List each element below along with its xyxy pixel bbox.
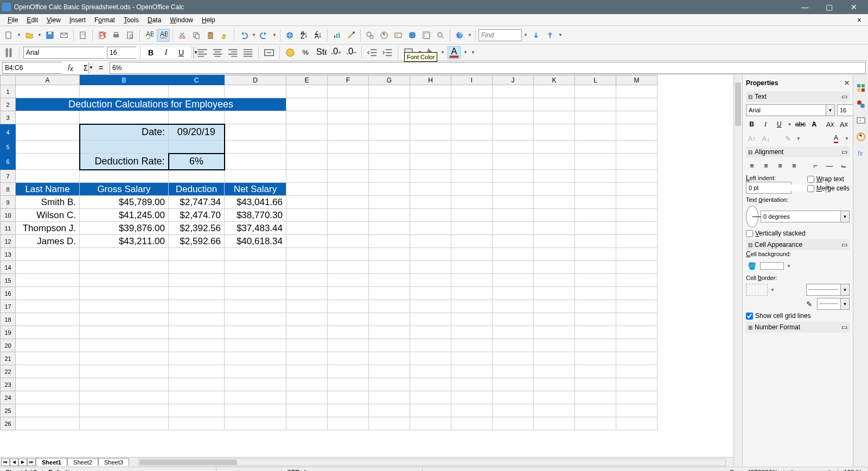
cell[interactable] [575,154,616,170]
cell[interactable] [328,313,369,326]
font-color-dropdown[interactable]: ▼ [463,50,468,55]
section-appearance[interactable]: ⊟Cell Appearance▭ [746,239,850,250]
cell[interactable] [328,326,369,339]
sheet-tab[interactable]: Sheet1 [36,458,67,466]
cell[interactable] [616,404,658,417]
cell[interactable] [616,352,658,365]
row-header[interactable]: 2 [1,98,16,111]
cell[interactable] [286,417,328,430]
row-header[interactable]: 21 [1,352,16,365]
cell[interactable] [80,141,169,154]
cell[interactable] [169,248,225,261]
cell[interactable] [169,326,225,339]
cell[interactable] [534,391,575,404]
cell[interactable] [616,391,658,404]
cell[interactable] [616,365,658,378]
cell[interactable] [80,300,169,313]
cell[interactable] [451,124,493,141]
undo-icon[interactable] [237,29,250,42]
standard-format-icon[interactable]: Std [314,46,327,59]
cell[interactable] [286,235,328,248]
strike-button[interactable]: abc [795,118,806,130]
cell[interactable] [410,261,451,274]
col-header[interactable]: A [16,75,80,85]
navigator-rail-icon[interactable] [856,131,866,142]
col-header[interactable]: E [286,75,328,85]
currency-icon[interactable] [284,46,297,59]
cell[interactable] [616,378,658,391]
cell[interactable] [286,261,328,274]
cell[interactable] [169,141,225,154]
cell[interactable] [493,85,534,98]
cell[interactable] [534,274,575,287]
cell[interactable] [328,183,369,196]
cell[interactable] [169,170,225,183]
row-header[interactable]: 6 [1,154,16,170]
cell[interactable] [369,124,410,141]
cell[interactable] [410,313,451,326]
find-prev-icon[interactable] [544,29,557,42]
cell[interactable] [493,417,534,430]
cell[interactable] [80,378,169,391]
row-header[interactable]: 25 [1,404,16,417]
cell[interactable] [451,183,493,196]
find-input[interactable] [478,29,522,41]
align-left-icon[interactable] [196,46,209,59]
cell[interactable] [225,378,286,391]
cell[interactable] [493,124,534,141]
cell[interactable] [286,141,328,154]
indent-spinner[interactable]: ⇕ [746,182,792,194]
spellcheck-icon[interactable]: ABC [143,29,156,42]
cell[interactable] [328,274,369,287]
cell[interactable] [286,391,328,404]
cell[interactable] [369,154,410,170]
cell[interactable] [169,339,225,352]
cell[interactable] [534,222,575,235]
cell[interactable] [80,326,169,339]
cell[interactable] [225,404,286,417]
status-mode-seg[interactable]: STD * [282,467,423,471]
tab-prev-icon[interactable]: ◀ [10,459,18,466]
row-header[interactable]: 1 [1,85,16,98]
cell[interactable] [286,352,328,365]
cell[interactable] [286,196,328,209]
row-header[interactable]: 24 [1,391,16,404]
cell[interactable] [225,287,286,300]
cell[interactable] [169,417,225,430]
cell[interactable] [616,326,658,339]
bold-button[interactable]: B [746,118,757,130]
cell[interactable] [369,404,410,417]
gridlines-checkbox[interactable]: Show cell grid lines [746,312,850,320]
cell[interactable] [451,85,493,98]
zoom-icon[interactable] [434,29,447,42]
cell[interactable] [225,111,286,124]
section-numfmt[interactable]: ⊞Number Format▭ [746,322,850,333]
increase-indent-icon[interactable] [381,46,394,59]
valign-bottom-icon[interactable]: ⌙ [838,160,850,171]
find-next-icon[interactable] [529,29,542,42]
cell[interactable] [410,111,451,124]
cell[interactable] [451,287,493,300]
align-left-icon[interactable]: ≡ [746,160,758,171]
underline-button[interactable]: U [774,118,785,130]
cell[interactable] [328,261,369,274]
cell[interactable] [410,352,451,365]
cell[interactable] [616,154,658,170]
cell[interactable] [451,417,493,430]
sort-desc-icon[interactable]: ZA [311,29,324,42]
cell[interactable] [369,261,410,274]
status-zoom[interactable]: 100 % [838,467,868,471]
cell[interactable] [286,404,328,417]
cell[interactable] [410,183,451,196]
underline-button[interactable]: U [175,46,188,59]
grid[interactable]: ABCDEFGHIJKLM12Deduction Calculations fo… [0,75,733,457]
cell[interactable] [451,261,493,274]
cell[interactable] [225,248,286,261]
cell[interactable] [80,287,169,300]
cell[interactable] [369,235,410,248]
cell[interactable] [616,85,658,98]
cell[interactable] [80,417,169,430]
cell[interactable] [451,365,493,378]
cell[interactable] [286,365,328,378]
cell[interactable] [328,404,369,417]
